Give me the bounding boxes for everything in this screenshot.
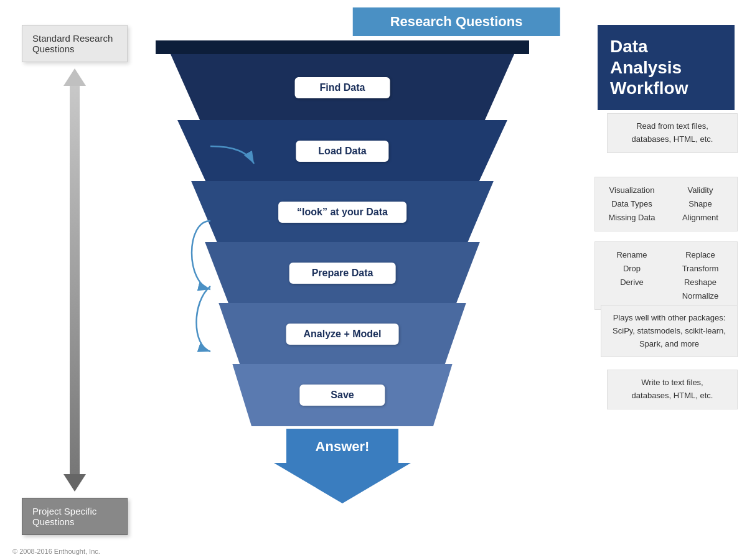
analyze-model-label: Analyze + Model	[304, 329, 382, 339]
funnel-top-bar	[156, 40, 529, 54]
annotation-load-data-text: Read from text files, databases, HTML, e…	[632, 121, 713, 144]
standard-questions-text: Standard Research Questions	[32, 33, 113, 54]
main-title: Data Analysis Workflow	[610, 37, 688, 98]
look-data-button[interactable]: “look” at your Data	[278, 202, 406, 223]
title-box: Data Analysis Workflow	[598, 25, 735, 110]
answer-arrowhead	[274, 463, 411, 503]
funnel-layer-1: Find Data	[156, 54, 529, 121]
answer-section: Answer!	[156, 429, 529, 503]
annotation-analyze-model: Plays well with other packages: SciPy, s…	[601, 305, 738, 357]
annotation-look-col2: Validity Shape Alignment	[671, 184, 730, 225]
rq-label: Research Questions	[353, 7, 560, 36]
arrow-up-head	[63, 68, 86, 86]
annotation-save-text: Write to text files, databases, HTML, et…	[632, 378, 713, 400]
annotation-prepare-col2: Replace Transform Reshape Normalize	[671, 248, 730, 303]
left-side: Standard Research Questions Project Spec…	[12, 25, 137, 535]
annotation-prepare-data: Rename Drop Derive Replace Transform Res…	[594, 241, 738, 310]
standard-questions-box: Standard Research Questions	[22, 25, 128, 62]
curved-arrows-svg	[198, 121, 260, 395]
prepare-data-button[interactable]: Prepare Data	[289, 263, 396, 284]
load-data-button[interactable]: Load Data	[296, 141, 388, 162]
load-data-label: Load Data	[318, 146, 366, 156]
arrow-down-head	[63, 474, 86, 492]
analyze-model-button[interactable]: Analyze + Model	[286, 324, 399, 345]
save-label: Save	[331, 390, 354, 400]
find-data-button[interactable]: Find Data	[295, 77, 390, 98]
annotation-prepare-col1-text: Rename Drop Derive	[616, 250, 647, 287]
copyright: © 2008-2016 Enthought, Inc.	[12, 548, 100, 555]
annotation-prepare-col2-text: Replace Transform Reshape Normalize	[682, 250, 719, 301]
prepare-data-label: Prepare Data	[312, 268, 374, 278]
research-questions-header: Research Questions	[353, 7, 560, 36]
annotation-look-data: Visualization Data Types Missing Data Va…	[594, 177, 738, 231]
annotation-save: Write to text files, databases, HTML, et…	[607, 370, 738, 409]
project-questions-box: Project Specific Questions	[22, 498, 128, 535]
project-questions-text: Project Specific Questions	[32, 506, 96, 527]
annotation-prepare-col1: Rename Drop Derive	[603, 248, 661, 303]
look-data-label: “look” at your Data	[297, 207, 388, 217]
arrow-shaft	[70, 86, 80, 474]
annotation-look-col1: Visualization Data Types Missing Data	[603, 184, 661, 225]
save-button[interactable]: Save	[299, 385, 385, 406]
annotation-look-col1-text: Visualization Data Types Missing Data	[608, 185, 655, 222]
rq-text: Research Questions	[390, 14, 523, 29]
direction-arrow	[63, 62, 86, 498]
annotation-load-data: Read from text files, databases, HTML, e…	[607, 113, 738, 153]
annotation-look-col2-text: Validity Shape Alignment	[682, 185, 718, 222]
find-data-label: Find Data	[320, 82, 365, 93]
annotation-analyze-text: Plays well with other packages: SciPy, s…	[613, 313, 726, 348]
answer-label: Answer!	[316, 439, 370, 455]
